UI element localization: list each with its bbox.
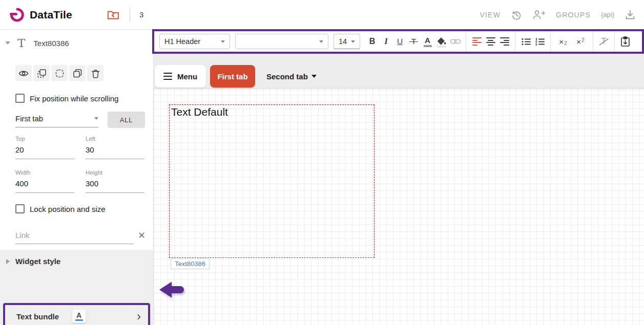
- font-family-select[interactable]: [235, 34, 328, 49]
- top-field-value[interactable]: 20: [15, 142, 74, 159]
- widget-style-label: Widget style: [15, 257, 60, 266]
- superscript-icon: ×2: [576, 37, 584, 46]
- header-actions: VIEW GROUPS {api}: [480, 9, 636, 20]
- text-color-icon: A: [424, 36, 432, 47]
- italic-button[interactable]: I: [379, 35, 393, 49]
- download-icon[interactable]: [625, 9, 636, 20]
- text-format-toolbar: H1 Header 14 B I U T A: [152, 29, 644, 54]
- bold-button[interactable]: B: [365, 35, 379, 49]
- align-left-button[interactable]: [470, 35, 484, 49]
- left-field-label: Left: [86, 136, 144, 142]
- annotation-arrow-icon: [157, 279, 188, 300]
- hamburger-icon: [163, 73, 172, 80]
- subscript-button[interactable]: ×2: [554, 35, 572, 49]
- paragraph-style-value: H1 Header: [164, 37, 200, 46]
- duplicate-button[interactable]: [69, 65, 86, 81]
- width-field-label: Width: [15, 169, 74, 176]
- collapse-panel-icon[interactable]: [5, 41, 10, 45]
- fill-color-button[interactable]: [434, 35, 448, 49]
- text-widget-icon: T: [17, 37, 25, 49]
- chevron-down-icon: [94, 117, 98, 120]
- subscript-icon: ×2: [559, 37, 567, 46]
- view-button[interactable]: VIEW: [480, 11, 501, 19]
- page-count: 3: [139, 10, 143, 19]
- insert-link-button[interactable]: [448, 35, 462, 49]
- superscript-button[interactable]: ×2: [572, 35, 589, 49]
- fill-color-swatch: [437, 46, 446, 48]
- underline-button[interactable]: U: [393, 35, 407, 49]
- lock-position-checkbox-row: Lock position and size: [15, 204, 106, 213]
- toolbar-separator: [614, 32, 615, 52]
- font-size-select[interactable]: 14: [334, 34, 360, 49]
- add-user-icon[interactable]: [532, 9, 546, 20]
- fix-position-checkbox[interactable]: [15, 94, 25, 103]
- tab-first[interactable]: First tab: [210, 65, 255, 88]
- sidebar-sections: Widget style Text bundle A › Note for vi…: [0, 250, 153, 325]
- text-bundle-section-highlight[interactable]: Text bundle A ›: [3, 303, 150, 325]
- toolbar-separator: [593, 32, 593, 52]
- fix-position-label: Fix position while scrolling: [30, 94, 118, 103]
- top-field[interactable]: Top 20: [15, 136, 74, 159]
- left-field[interactable]: Left 30: [86, 136, 144, 159]
- link-input[interactable]: [15, 229, 133, 244]
- bring-to-front-button[interactable]: [33, 65, 50, 81]
- selected-text-widget[interactable]: Text Default: [169, 104, 375, 258]
- header-divider: [130, 8, 130, 22]
- datatile-logo-icon: [9, 7, 26, 23]
- align-left-icon: [472, 37, 482, 46]
- link-field-row: ✕: [15, 229, 146, 244]
- clear-formatting-button[interactable]: T: [597, 35, 611, 49]
- widget-title: Text80386: [33, 39, 69, 48]
- select-area-button[interactable]: [51, 65, 68, 81]
- datatile-logo[interactable]: DataTile: [9, 7, 72, 23]
- tab-second-label: Second tab: [266, 72, 308, 81]
- chevron-right-icon: ›: [137, 310, 141, 322]
- api-icon[interactable]: {api}: [601, 11, 614, 18]
- widget-text-content[interactable]: Text Default: [171, 106, 228, 118]
- lock-position-checkbox[interactable]: [15, 204, 25, 213]
- tab-second[interactable]: Second tab: [262, 65, 321, 88]
- height-field-value[interactable]: 300: [86, 176, 144, 193]
- logo-text: DataTile: [30, 9, 72, 21]
- strikethrough-button[interactable]: T: [407, 35, 421, 49]
- clear-link-icon[interactable]: ✕: [138, 230, 146, 241]
- top-field-label: Top: [15, 136, 74, 142]
- chevron-down-icon: [351, 40, 355, 43]
- chevron-down-icon: [319, 40, 323, 43]
- groups-button[interactable]: GROUPS: [556, 11, 591, 19]
- width-field-value[interactable]: 400: [15, 176, 74, 193]
- text-color-button[interactable]: A: [421, 35, 434, 49]
- all-tabs-button[interactable]: ALL: [108, 112, 145, 128]
- widget-settings-panel: T Text80386: [0, 29, 154, 325]
- numbered-list-button[interactable]: [533, 35, 547, 49]
- top-header: DataTile 3 VIEW: [0, 0, 644, 29]
- chevron-down-icon: [221, 40, 225, 43]
- delete-button[interactable]: [87, 65, 103, 81]
- align-right-icon: [500, 37, 509, 46]
- app-window: DataTile 3 VIEW: [0, 0, 644, 325]
- fix-position-checkbox-row: Fix position while scrolling: [15, 94, 118, 103]
- height-field[interactable]: Height 300: [86, 169, 144, 193]
- width-field[interactable]: Width 400: [15, 169, 74, 193]
- tab-assignment-select[interactable]: First tab: [15, 110, 98, 127]
- text-style-a-icon: A: [72, 310, 86, 323]
- menu-label: Menu: [177, 72, 197, 81]
- widget-style-section[interactable]: Widget style: [0, 257, 153, 266]
- paragraph-style-select[interactable]: H1 Header: [159, 34, 230, 49]
- left-field-value[interactable]: 30: [86, 142, 144, 159]
- menu-button[interactable]: Menu: [155, 65, 206, 88]
- bullet-list-button[interactable]: [519, 35, 533, 49]
- height-field-label: Height: [86, 169, 144, 176]
- visibility-button[interactable]: [15, 65, 32, 81]
- align-right-button[interactable]: [497, 35, 511, 49]
- history-icon[interactable]: [511, 9, 522, 20]
- align-center-button[interactable]: [484, 35, 497, 49]
- back-to-folder-icon[interactable]: [107, 9, 119, 20]
- widget-title-row: T Text80386: [0, 36, 153, 50]
- toolbar-separator: [466, 32, 466, 52]
- font-size-value: 14: [339, 37, 347, 46]
- clear-formatting-letter: T: [601, 37, 607, 46]
- dashboard-tab-bar: Menu First tab Second tab: [154, 54, 644, 88]
- widget-toolbar: [15, 65, 103, 81]
- paste-style-button[interactable]: [618, 35, 632, 49]
